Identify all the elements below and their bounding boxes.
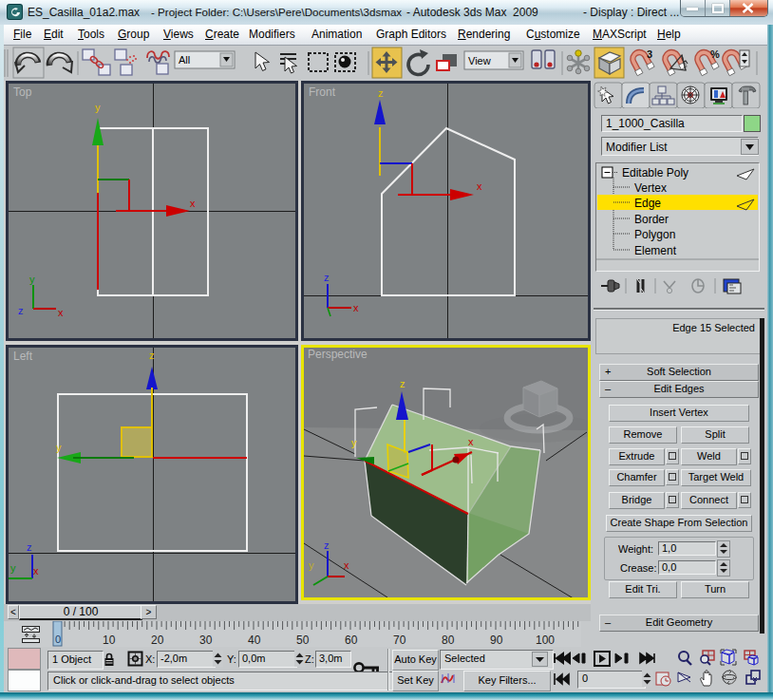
svg-text:y: y [309, 559, 314, 571]
svg-text:0: 0 [55, 634, 61, 645]
svg-text:x: x [477, 180, 482, 192]
svg-text:y: y [10, 562, 16, 574]
svg-text:3: 3 [647, 48, 652, 60]
svg-text:Vertex: Vertex [634, 181, 667, 195]
svg-text:10: 10 [103, 634, 116, 647]
svg-text:100: 100 [536, 634, 555, 647]
svg-text:Edge: Edge [634, 197, 661, 210]
svg-text:y: y [95, 102, 101, 113]
svg-text:z: z [324, 539, 330, 551]
svg-text:40: 40 [248, 634, 261, 647]
svg-text:z: z [18, 305, 24, 316]
svg-text:y: y [56, 442, 62, 453]
svg-text:View: View [468, 55, 491, 66]
svg-text:60: 60 [345, 634, 358, 647]
svg-text:Editable Poly: Editable Poly [622, 166, 688, 180]
svg-text:z: z [149, 350, 155, 361]
svg-text:x: x [33, 565, 39, 577]
svg-text:z: z [378, 87, 384, 99]
svg-text:20: 20 [151, 634, 164, 647]
svg-text:z: z [324, 272, 330, 283]
svg-text:x: x [468, 436, 474, 447]
svg-text:x: x [190, 198, 196, 209]
svg-text:x: x [353, 302, 359, 313]
svg-text:80: 80 [442, 634, 455, 647]
svg-text:x: x [58, 307, 64, 318]
svg-text:30: 30 [199, 634, 213, 647]
svg-text:All: All [179, 54, 190, 66]
svg-text:%: % [710, 48, 720, 60]
svg-text:50: 50 [296, 634, 310, 647]
svg-text:Border: Border [634, 213, 669, 226]
svg-text:y: y [351, 437, 357, 448]
svg-text:z: z [400, 378, 405, 389]
svg-text:Element: Element [634, 244, 677, 257]
svg-text:Polygon: Polygon [634, 228, 675, 241]
svg-text:z: z [27, 541, 32, 553]
svg-text:90: 90 [490, 634, 503, 647]
svg-text:70: 70 [393, 634, 406, 647]
svg-text:x: x [344, 559, 349, 571]
svg-text:y: y [29, 274, 35, 285]
